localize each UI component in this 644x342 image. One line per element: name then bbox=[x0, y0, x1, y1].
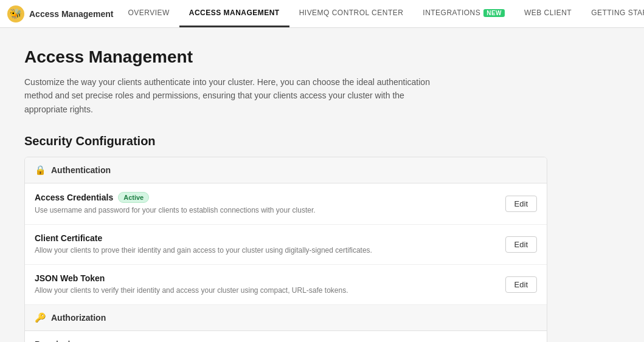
lock-icon: 🔒 bbox=[35, 165, 46, 176]
nav-access-management[interactable]: ACCESS MANAGEMENT bbox=[179, 0, 289, 27]
top-nav: 🐝 Access Management OVERVIEW ACCESS MANA… bbox=[0, 0, 644, 28]
json-web-token-title: JSON Web Token bbox=[35, 273, 496, 283]
permissions-item: Permissions Allow or deny specific actio… bbox=[25, 331, 547, 342]
authorization-header: 🔑 Authorization bbox=[25, 305, 547, 331]
nav-getting-started[interactable]: GETTING STARTED bbox=[581, 0, 644, 27]
nav-items: OVERVIEW ACCESS MANAGEMENT HIVEMQ CONTRO… bbox=[119, 0, 644, 27]
authentication-header: 🔒 Authentication bbox=[25, 157, 547, 183]
integrations-badge: NEW bbox=[483, 9, 505, 17]
json-web-token-edit-button[interactable]: Edit bbox=[505, 276, 537, 293]
security-config-card: 🔒 Authentication Access Credentials Acti… bbox=[24, 157, 547, 342]
client-certificate-edit-button[interactable]: Edit bbox=[505, 236, 537, 253]
main-content: Access Management Customize the way your… bbox=[0, 28, 572, 342]
brand-title: Access Management bbox=[29, 9, 114, 19]
json-web-token-item: JSON Web Token Allow your clients to ver… bbox=[25, 265, 547, 305]
nav-web-client[interactable]: WEB CLIENT bbox=[514, 0, 581, 27]
authorization-label: Authorization bbox=[51, 313, 106, 323]
access-credentials-info: Access Credentials Active Use username a… bbox=[35, 192, 496, 216]
permissions-title: Permissions bbox=[35, 340, 496, 342]
permissions-info: Permissions Allow or deny specific actio… bbox=[35, 340, 496, 342]
page-description: Customize the way your clients authentic… bbox=[24, 75, 438, 116]
access-credentials-edit-button[interactable]: Edit bbox=[505, 196, 537, 212]
nav-hivemq-control-center[interactable]: HIVEMQ CONTROL CENTER bbox=[289, 0, 414, 27]
client-certificate-info: Client Certificate Allow your clients to… bbox=[35, 233, 496, 256]
client-certificate-item: Client Certificate Allow your clients to… bbox=[25, 225, 547, 265]
access-credentials-item: Access Credentials Active Use username a… bbox=[25, 183, 547, 225]
active-badge: Active bbox=[118, 192, 149, 203]
section-title: Security Configuration bbox=[24, 134, 547, 148]
access-credentials-desc: Use username and password for your clien… bbox=[35, 205, 400, 216]
json-web-token-info: JSON Web Token Allow your clients to ver… bbox=[35, 273, 496, 296]
nav-overview[interactable]: OVERVIEW bbox=[119, 0, 179, 27]
nav-integrations[interactable]: INTEGRATIONS NEW bbox=[413, 0, 514, 27]
access-credentials-title: Access Credentials Active bbox=[35, 192, 496, 203]
page-title: Access Management bbox=[24, 47, 547, 67]
key-icon: 🔑 bbox=[35, 312, 46, 323]
authentication-label: Authentication bbox=[51, 165, 111, 175]
brand-logo[interactable]: 🐝 Access Management bbox=[7, 5, 114, 22]
client-certificate-title: Client Certificate bbox=[35, 233, 496, 243]
brand-icon: 🐝 bbox=[7, 5, 24, 22]
client-certificate-desc: Allow your clients to prove their identi… bbox=[35, 245, 400, 256]
json-web-token-desc: Allow your clients to verify their ident… bbox=[35, 285, 400, 296]
